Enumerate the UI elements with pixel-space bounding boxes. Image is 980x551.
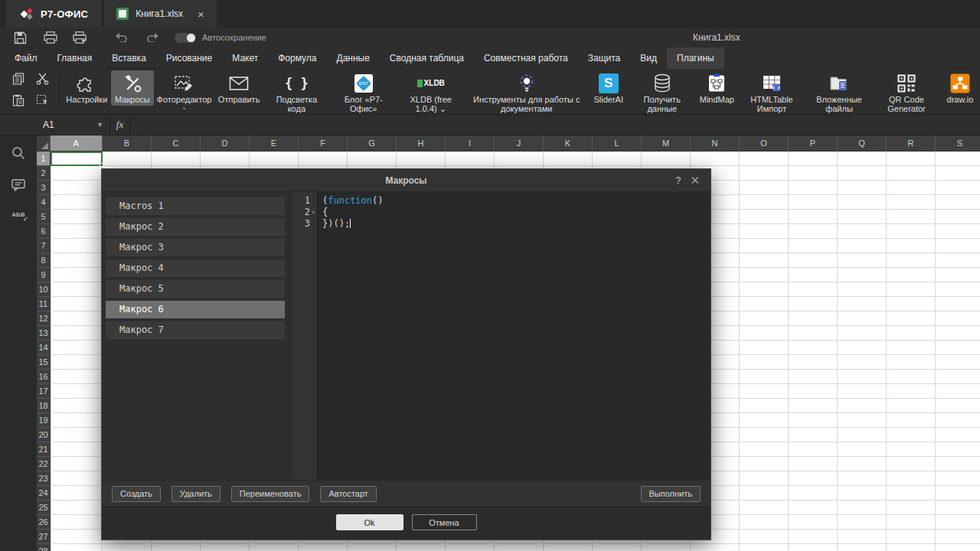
cell-S23[interactable] (936, 471, 980, 486)
cell-Q24[interactable] (838, 486, 887, 500)
close-icon[interactable]: × (198, 8, 204, 21)
dialog-close-icon[interactable]: ✕ (690, 174, 700, 187)
row-header-14[interactable]: 14 (37, 341, 51, 355)
row-header-24[interactable]: 24 (37, 486, 51, 500)
cell-E28[interactable] (250, 544, 299, 551)
row-header-17[interactable]: 17 (37, 384, 51, 399)
cell-S22[interactable] (936, 457, 980, 471)
menu-tab-рисование[interactable]: Рисование (156, 47, 222, 69)
cell-R24[interactable] (887, 486, 936, 500)
cell-Q10[interactable] (838, 282, 887, 297)
cell-O26[interactable] (740, 515, 789, 530)
cell-R16[interactable] (887, 370, 936, 384)
cell-N1[interactable] (691, 152, 740, 166)
cell-I1[interactable] (446, 152, 495, 166)
macro-list-item[interactable]: Макрос 4 (106, 259, 285, 277)
cell-A23[interactable] (51, 471, 103, 486)
cell-M28[interactable] (642, 544, 691, 551)
row-header-26[interactable]: 26 (37, 515, 51, 530)
cell-L1[interactable] (593, 152, 642, 166)
cell-S17[interactable] (936, 384, 980, 399)
cell-J28[interactable] (495, 544, 544, 551)
cell-Q26[interactable] (838, 515, 887, 530)
cell-G1[interactable] (348, 152, 397, 166)
cell-R10[interactable] (887, 282, 936, 297)
cell-Q22[interactable] (838, 457, 887, 471)
cell-F1[interactable] (299, 152, 348, 166)
copy-button[interactable] (12, 73, 24, 88)
insert-function-button[interactable]: fx (110, 115, 130, 135)
menu-tab-плагины[interactable]: Плагины (667, 47, 724, 69)
cell-R28[interactable] (887, 544, 936, 551)
cell-S25[interactable] (936, 500, 980, 515)
code-area[interactable]: (function(){})(); (317, 192, 710, 480)
cell-C1[interactable] (152, 152, 201, 166)
column-header-D[interactable]: D (201, 135, 250, 152)
cell-Q23[interactable] (838, 471, 887, 486)
cell-A1[interactable] (51, 152, 103, 166)
cell-S27[interactable] (936, 530, 980, 544)
delete-macro-button[interactable]: Удалить (172, 486, 220, 502)
cell-S2[interactable] (936, 166, 980, 181)
cell-A12[interactable] (51, 311, 103, 326)
cell-P20[interactable] (789, 428, 838, 442)
cell-S7[interactable] (936, 239, 980, 253)
cell-R14[interactable] (887, 341, 936, 355)
cell-O28[interactable] (740, 544, 789, 551)
column-header-R[interactable]: R (887, 135, 936, 152)
cell-A15[interactable] (51, 355, 103, 370)
plugin-envelope-button[interactable]: Отправить (214, 70, 263, 106)
comments-button[interactable] (0, 174, 37, 197)
menu-tab-вид[interactable]: Вид (630, 47, 667, 69)
row-header-27[interactable]: 27 (37, 530, 51, 544)
column-header-J[interactable]: J (495, 135, 544, 152)
cell-A24[interactable] (51, 486, 103, 500)
cell-O1[interactable] (740, 152, 789, 166)
cell-R5[interactable] (887, 210, 936, 224)
cell-O13[interactable] (740, 326, 789, 341)
column-header-C[interactable]: C (152, 135, 201, 152)
cell-Q8[interactable] (838, 253, 887, 268)
cell-A2[interactable] (51, 166, 103, 181)
cell-O15[interactable] (740, 355, 789, 370)
cell-P5[interactable] (789, 210, 838, 224)
cell-A10[interactable] (51, 282, 103, 297)
cell-O6[interactable] (740, 224, 789, 239)
print-button[interactable] (43, 31, 58, 44)
cell-A5[interactable] (51, 210, 103, 224)
cell-Q28[interactable] (838, 544, 887, 551)
cell-O16[interactable] (740, 370, 789, 384)
cell-A19[interactable] (51, 413, 103, 428)
menu-tab-совместная-работа[interactable]: Совместная работа (474, 47, 578, 69)
plugin-qr-code-button[interactable]: QR Code Generator (873, 70, 940, 115)
menu-tab-сводная-таблица[interactable]: Сводная таблица (380, 47, 474, 69)
cell-Q19[interactable] (838, 413, 887, 428)
cell-P22[interactable] (789, 457, 838, 471)
plugin-braces-button[interactable]: { }Подсветка кода (263, 70, 330, 115)
row-header-18[interactable]: 18 (37, 399, 51, 413)
cell-Q2[interactable] (838, 166, 887, 181)
cell-O22[interactable] (740, 457, 789, 471)
cell-R15[interactable] (887, 355, 936, 370)
cell-R11[interactable] (887, 297, 936, 311)
cell-Q11[interactable] (838, 297, 887, 311)
cell-B28[interactable] (103, 544, 152, 551)
cell-A18[interactable] (51, 399, 103, 413)
row-header-10[interactable]: 10 (37, 282, 51, 297)
cell-A14[interactable] (51, 341, 103, 355)
cell-O23[interactable] (740, 471, 789, 486)
cell-P27[interactable] (789, 530, 838, 544)
column-header-P[interactable]: P (789, 135, 838, 152)
cell-O7[interactable] (740, 239, 789, 253)
column-header-M[interactable]: M (642, 135, 691, 152)
cell-D28[interactable] (201, 544, 250, 551)
menu-tab-главная[interactable]: Главная (47, 47, 103, 69)
cell-P18[interactable] (789, 399, 838, 413)
cell-O20[interactable] (740, 428, 789, 442)
help-button[interactable]: ? (675, 174, 681, 186)
cell-R20[interactable] (887, 428, 936, 442)
row-header-15[interactable]: 15 (37, 355, 51, 370)
cell-P14[interactable] (789, 341, 838, 355)
cell-P23[interactable] (789, 471, 838, 486)
cell-A20[interactable] (51, 428, 103, 442)
